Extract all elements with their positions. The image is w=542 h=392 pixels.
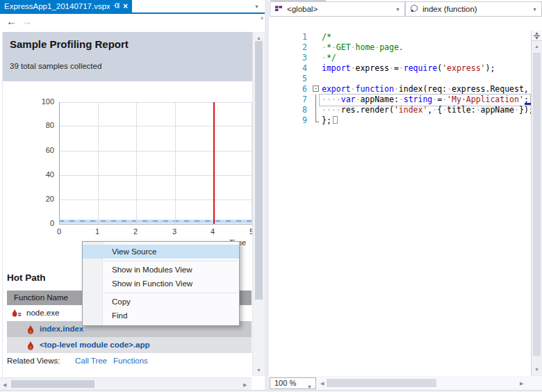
related-views-label: Related Views: — [7, 357, 60, 365]
editor-bottom-bar: 100 % ▼ ◀ ▶ — [269, 376, 542, 390]
function-name: index.index — [40, 321, 83, 337]
x-tick-label: 1 — [89, 227, 106, 236]
outline-margin[interactable]: - — [313, 84, 320, 95]
scroll-right-icon[interactable]: ▶ — [520, 381, 523, 386]
outline-margin — [313, 53, 320, 63]
method-icon — [410, 4, 418, 14]
toolbar-overflow-icon[interactable]: ›› — [261, 15, 262, 22]
module-icon — [274, 4, 283, 14]
zoom-dropdown[interactable]: 100 % ▼ — [270, 377, 316, 389]
vs-window: ExpressApp1_20140717.vspx × ▼ ← → ›› Sam… — [0, 0, 542, 392]
code-line[interactable]: 8····res.render('index',·{·title:·appNam… — [269, 105, 531, 115]
code-line[interactable]: 5 — [269, 74, 531, 84]
navigation-scope-dropdown[interactable]: <global> ▼ — [270, 1, 405, 17]
editor-vertical-scrollbar[interactable]: ▲ ▼ — [531, 31, 542, 376]
scroll-up-icon[interactable]: ▲ — [256, 35, 261, 40]
context-menu: View SourceShow in Modules ViewShow in F… — [82, 241, 240, 326]
flame-icon — [26, 325, 36, 334]
scroll-left-icon[interactable]: ◀ — [3, 382, 6, 387]
navigation-member-dropdown[interactable]: index (function) ▼ — [405, 1, 542, 17]
function-name: <top-level module code>.app — [40, 337, 149, 353]
report-toolbar: ← → ›› — [0, 14, 265, 31]
vertical-scrollbar[interactable]: ▲ ▼ — [252, 32, 265, 376]
scrollbar-thumb[interactable] — [327, 379, 436, 387]
menu-separator — [105, 261, 237, 261]
close-icon[interactable]: × — [123, 3, 128, 10]
code-line[interactable]: 3·*/ — [269, 53, 531, 63]
y-tick-label: 80 — [26, 121, 54, 129]
code-line[interactable]: 9}; — [269, 115, 531, 126]
tab-profiling-report[interactable]: ExpressApp1_20140717.vspx × — [0, 0, 132, 13]
y-tick-label: 60 — [26, 146, 54, 154]
editor-splitter-handle[interactable] — [532, 31, 542, 41]
gridline — [60, 151, 252, 152]
forward-button[interactable]: → — [22, 15, 32, 27]
chart-x-axis-labels: 012345 — [59, 227, 255, 237]
outline-margin — [313, 63, 320, 74]
scroll-down-icon[interactable]: ▼ — [256, 368, 261, 373]
tab-list-chevron-icon[interactable]: ▼ — [254, 4, 259, 9]
y-tick-label: 20 — [26, 195, 54, 203]
code-editor[interactable]: 1/*2·*·GET·home·page.3·*/4import·express… — [269, 31, 531, 376]
menu-item-copy[interactable]: Copy — [83, 295, 239, 309]
scope-value: <global> — [287, 5, 318, 13]
scrollbar-thumb[interactable] — [255, 41, 263, 300]
y-tick-label: 0 — [26, 219, 54, 227]
scrollbar-thumb[interactable] — [11, 380, 95, 388]
line-number: 8 — [269, 105, 307, 115]
context-menu-items: View SourceShow in Modules ViewShow in F… — [83, 245, 239, 322]
menu-item-show-in-modules-view[interactable]: Show in Modules View — [83, 263, 239, 277]
line-number: 6 — [269, 84, 307, 95]
line-number: 2 — [269, 42, 307, 53]
editor-pane: index.ts × ▼ <global> ▼ index (function)… — [269, 0, 542, 392]
flame-root-icon — [11, 309, 21, 318]
code-line[interactable]: 6-export·function·index(req:·express.Req… — [269, 84, 531, 95]
code-line[interactable]: 2·*·GET·home·page. — [269, 42, 531, 53]
menu-item-view-source[interactable]: View Source — [83, 245, 239, 259]
outline-margin — [313, 115, 320, 126]
code-line[interactable]: 7····var·appName:·string·=·'My·Applicati… — [269, 95, 531, 105]
hot-path-row[interactable]: <top-level module code>.app — [7, 337, 252, 353]
line-number: 3 — [269, 53, 307, 63]
x-tick-label: 0 — [51, 227, 67, 236]
related-views: Related Views: Call Tree Functions — [0, 357, 252, 369]
menu-item-find[interactable]: Find — [83, 309, 239, 322]
collapse-box-icon[interactable]: - — [313, 85, 319, 92]
line-number: 7 — [269, 95, 307, 105]
gridline — [60, 126, 252, 126]
gridline — [98, 102, 99, 224]
link-functions[interactable]: Functions — [113, 357, 148, 365]
hot-path-title: Hot Path — [7, 272, 46, 283]
report-header: Sample Profiling Report 39 total samples… — [3, 32, 252, 81]
menu-separator — [105, 293, 237, 293]
chevron-down-icon: ▼ — [532, 7, 537, 12]
line-number: 5 — [269, 74, 307, 84]
code-line[interactable]: 4import·express·=·require('express'); — [269, 63, 531, 74]
tab-title: ExpressApp1_20140717.vspx — [4, 2, 110, 10]
scroll-right-icon[interactable]: ▶ — [243, 382, 247, 387]
scrollbar-thumb[interactable] — [533, 53, 541, 356]
menu-item-show-in-function-view[interactable]: Show in Function View — [83, 277, 239, 291]
report-left-border — [2, 32, 3, 389]
outline-margin — [313, 105, 320, 115]
scroll-down-icon[interactable]: ▼ — [534, 367, 539, 372]
report-title: Sample Profiling Report — [10, 38, 129, 50]
outline-margin — [313, 95, 320, 105]
pin-icon[interactable] — [113, 2, 120, 10]
scroll-up-icon[interactable]: ▲ — [534, 44, 539, 49]
outline-margin — [313, 32, 320, 42]
link-call-tree[interactable]: Call Tree — [75, 357, 107, 365]
gridline — [60, 102, 252, 103]
gridline — [175, 102, 176, 224]
flame-icon — [26, 341, 36, 350]
formatting-glyph — [333, 116, 338, 124]
x-tick-label: 3 — [166, 227, 183, 236]
horizontal-scrollbar[interactable]: ◀ ▶ — [0, 377, 252, 390]
cpu-series-line — [59, 220, 254, 223]
code-line[interactable]: 1/* — [269, 32, 531, 42]
back-button[interactable]: ← — [6, 15, 17, 27]
scroll-left-icon[interactable]: ◀ — [320, 381, 324, 386]
function-name: node.exe — [26, 305, 59, 321]
chevron-down-icon: ▼ — [395, 7, 400, 12]
y-tick-label: 40 — [26, 170, 54, 179]
